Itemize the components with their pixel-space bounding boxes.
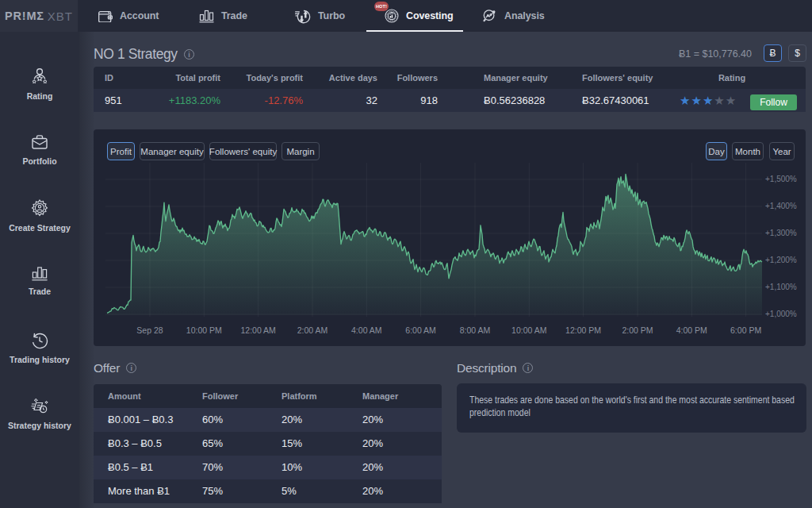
svg-text:4:00 PM: 4:00 PM — [676, 325, 707, 335]
svg-text:4:00 AM: 4:00 AM — [351, 325, 382, 335]
svg-text:10:00 AM: 10:00 AM — [511, 325, 546, 335]
svg-text:6:00 PM: 6:00 PM — [730, 325, 761, 335]
svg-text:+1,400%: +1,400% — [765, 202, 797, 210]
svg-text:+1,500%: +1,500% — [765, 175, 797, 183]
svg-text:+1,000%: +1,000% — [765, 310, 797, 318]
svg-text:12:00 AM: 12:00 AM — [241, 325, 276, 335]
svg-text:10:00 PM: 10:00 PM — [186, 325, 222, 335]
svg-text:+1,100%: +1,100% — [765, 283, 797, 291]
svg-text:12:00 PM: 12:00 PM — [565, 325, 601, 335]
svg-text:Sep 28: Sep 28 — [136, 325, 163, 335]
svg-text:+1,300%: +1,300% — [765, 229, 797, 237]
svg-text:8:00 AM: 8:00 AM — [460, 325, 491, 335]
svg-text:+1,200%: +1,200% — [765, 256, 797, 264]
svg-text:2:00 AM: 2:00 AM — [297, 325, 328, 335]
svg-text:6:00 AM: 6:00 AM — [405, 325, 436, 335]
svg-text:2:00 PM: 2:00 PM — [622, 325, 653, 335]
